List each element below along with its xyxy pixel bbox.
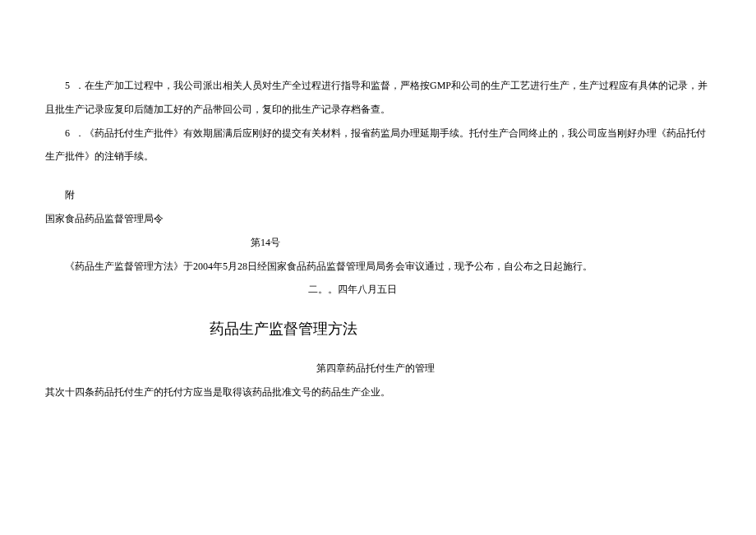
item-text-6: ．《药品托付生产批件》有效期届满后应刚好的提交有关材料，报省药监局办理延期手续。… xyxy=(45,127,706,163)
list-item-6: 6．《药品托付生产批件》有效期届满后应刚好的提交有关材料，报省药监局办理延期手续… xyxy=(45,122,711,169)
item-text-5: ．在生产加工过程中，我公司派出相关人员对生产全过程进行指导和监督，严格按GMP和… xyxy=(45,80,708,115)
item-number-5: 5 xyxy=(65,80,70,91)
item-number-6: 6 xyxy=(65,127,70,139)
appendix-label: 附 xyxy=(45,183,711,207)
order-number: 第14号 xyxy=(45,231,711,255)
list-item-5: 5．在生产加工过程中，我公司派出相关人员对生产全过程进行指导和监督，严格按GMP… xyxy=(45,74,711,122)
chapter-heading: 第四章药品托付生产的管理 xyxy=(45,357,711,380)
article-14: 其次十四条药品托付生产的托付方应当是取得该药品批准文号的药品生产企业。 xyxy=(45,380,711,404)
main-title: 药品生产监督管理方法 xyxy=(45,311,711,347)
date-line: 二。。四年八月五日 xyxy=(45,278,711,302)
order-title: 国家食品药品监督管理局令 xyxy=(45,207,711,231)
announcement-text: 《药品生产监督管理方法》于2004年5月28日经国家食品药品监督管理局局务会审议… xyxy=(45,255,711,279)
